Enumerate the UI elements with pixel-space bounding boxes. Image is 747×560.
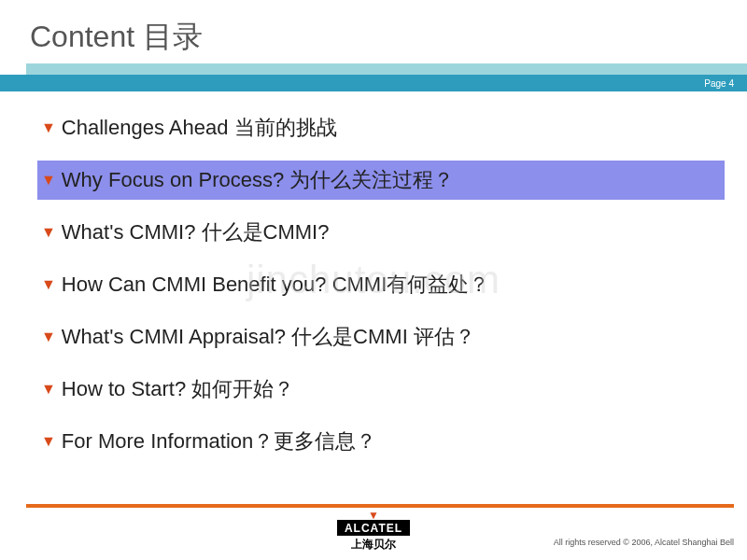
list-item-text: How Can CMMI Benefit you? CMMI有何益处？ (62, 271, 489, 299)
list-item: ▼For More Information？更多信息？ (37, 422, 725, 461)
triangle-down-icon: ▼ (41, 119, 56, 136)
page-title: Content 目录 (0, 0, 747, 63)
list-item-text: Why Focus on Process? 为什么关注过程？ (62, 166, 455, 194)
content-list: ▼Challenges Ahead 当前的挑战▼Why Focus on Pro… (0, 91, 747, 461)
decor-bar-light (26, 63, 747, 75)
copyright: All rights reserved © 2006, Alcatel Shan… (554, 538, 734, 547)
list-item-text: Challenges Ahead 当前的挑战 (62, 114, 337, 142)
slide: Content 目录 Page 4 ▼Challenges Ahead 当前的挑… (0, 0, 747, 560)
list-item: ▼How to Start? 如何开始？ (37, 370, 725, 409)
logo-text-bottom: 上海贝尔 (351, 537, 396, 553)
list-item-text: For More Information？更多信息？ (62, 427, 376, 455)
page-number: Page 4 (704, 78, 734, 89)
list-item: ▼Why Focus on Process? 为什么关注过程？ (37, 161, 725, 200)
triangle-down-icon: ▼ (41, 433, 56, 450)
list-item-text: How to Start? 如何开始？ (62, 375, 294, 403)
triangle-down-icon: ▼ (41, 276, 56, 293)
triangle-down-icon: ▼ (41, 172, 56, 189)
footer-divider (26, 504, 734, 508)
list-item: ▼What's CMMI? 什么是CMMI? (37, 213, 725, 252)
list-item-text: What's CMMI Appraisal? 什么是CMMI 评估？ (62, 323, 475, 351)
list-item-text: What's CMMI? 什么是CMMI? (62, 218, 330, 246)
list-item: ▼How Can CMMI Benefit you? CMMI有何益处？ (37, 265, 725, 304)
triangle-down-icon: ▼ (41, 224, 56, 241)
decor-bar-dark: Page 4 (0, 75, 747, 91)
triangle-down-icon: ▼ (41, 329, 56, 345)
list-item: ▼What's CMMI Appraisal? 什么是CMMI 评估？ (37, 317, 725, 357)
list-item: ▼Challenges Ahead 当前的挑战 (37, 108, 725, 147)
logo: ▼ ALCATEL 上海贝尔 (337, 509, 410, 553)
logo-text-top: ALCATEL (337, 520, 410, 536)
triangle-down-icon: ▼ (41, 381, 56, 398)
